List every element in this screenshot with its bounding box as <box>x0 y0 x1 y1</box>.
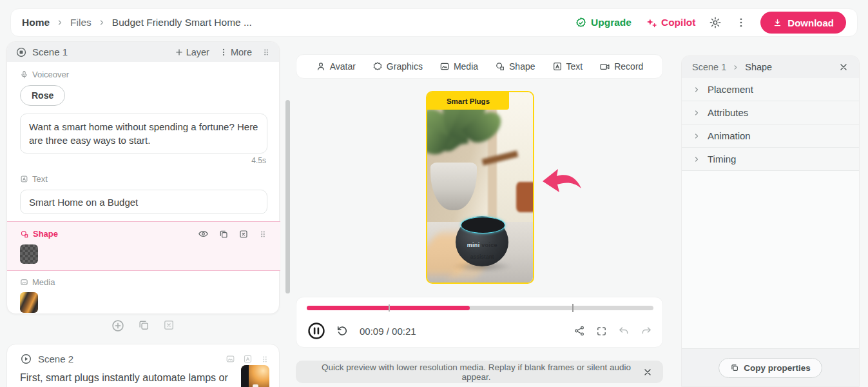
stop-circle-icon <box>15 46 27 58</box>
add-layer-button[interactable]: Layer <box>175 47 209 57</box>
top-bar: Home Files Budget Friendly Smart Home ..… <box>10 8 858 37</box>
kebab-menu-icon[interactable] <box>735 17 747 28</box>
breadcrumb-project-title[interactable]: Budget Friendly Smart Home ... <box>112 17 252 28</box>
record-camera-icon <box>599 61 610 72</box>
add-layer-label: Layer <box>186 47 209 57</box>
section-placement-label: Placement <box>708 84 753 95</box>
progress-track[interactable] <box>307 306 653 310</box>
copy-properties-button[interactable]: Copy properties <box>719 358 822 378</box>
properties-breadcrumb-item: Shape <box>745 62 772 72</box>
chevron-right-icon <box>98 19 106 26</box>
drag-handle-icon[interactable] <box>262 48 271 57</box>
media-layer-thumbnail[interactable] <box>20 292 38 313</box>
drag-handle-icon[interactable] <box>260 355 269 364</box>
arrow-graphic-element[interactable] <box>541 165 583 199</box>
download-icon <box>773 18 782 28</box>
add-scene-icon[interactable] <box>111 319 125 333</box>
media-image-icon[interactable] <box>226 354 235 364</box>
canvas-smart-speaker: mini voice assistant <box>456 216 508 266</box>
plus-icon <box>175 48 184 57</box>
scene-2-script[interactable]: First, smart plugs instantly automate la… <box>20 371 242 387</box>
video-canvas[interactable]: mini voice assistant Smart Plugs <box>426 91 534 284</box>
drag-handle-icon[interactable] <box>258 230 267 239</box>
copy-properties-label: Copy properties <box>744 363 811 373</box>
time-display: 00:09 / 00:21 <box>360 326 416 337</box>
scene-actions <box>6 319 280 333</box>
more-button[interactable]: More <box>219 47 252 57</box>
voiceover-section-label: Voiceover <box>20 70 266 79</box>
section-attributes[interactable]: Attributes <box>682 101 859 124</box>
canvas-plant-pot <box>430 163 477 210</box>
breadcrumb-files[interactable]: Files <box>70 17 92 28</box>
duplicate-icon <box>730 363 739 372</box>
speaker-brand-text: mini voice <box>456 242 508 248</box>
duplicate-scene-icon[interactable] <box>137 319 150 333</box>
toolbar-shape[interactable]: Shape <box>495 61 535 72</box>
media-label: Media <box>32 277 55 287</box>
upgrade-button[interactable]: Upgrade <box>575 17 632 29</box>
voiceover-textarea[interactable]: Want a smart home without spending a for… <box>20 114 267 154</box>
undo-icon[interactable] <box>618 325 630 337</box>
shape-label: Shape <box>33 229 58 239</box>
text-label: Text <box>32 174 48 184</box>
scene-1-header[interactable]: Scene 1 Layer More <box>7 42 279 62</box>
toolbar-record[interactable]: Record <box>599 61 643 72</box>
toolbar-graphics[interactable]: Graphics <box>372 61 423 72</box>
breadcrumb: Home Files Budget Friendly Smart Home ..… <box>22 17 252 28</box>
shape-icon <box>495 61 505 72</box>
share-icon[interactable] <box>574 325 585 337</box>
upgrade-label: Upgrade <box>591 17 632 28</box>
section-animation[interactable]: Animation <box>682 124 859 148</box>
text-icon[interactable] <box>243 354 253 364</box>
duplicate-icon[interactable] <box>218 229 229 239</box>
breadcrumb-home[interactable]: Home <box>22 17 50 28</box>
toolbar-graphics-label: Graphics <box>387 61 423 72</box>
shape-section-label: Shape <box>20 229 58 239</box>
toolbar-avatar-label: Avatar <box>330 61 356 72</box>
scene-2-card[interactable]: Scene 2 First, smart plugs instantly aut… <box>6 344 280 387</box>
toolbar-shape-label: Shape <box>509 61 535 72</box>
playback-bar: 00:09 / 00:21 <box>296 297 663 348</box>
delete-icon[interactable] <box>238 229 249 239</box>
avatar-icon <box>316 61 326 72</box>
chevron-right-icon <box>693 155 700 163</box>
toolbar-media-label: Media <box>454 61 478 72</box>
section-timing[interactable]: Timing <box>682 148 859 171</box>
pause-button[interactable] <box>307 321 326 341</box>
text-icon <box>20 175 28 183</box>
canvas-text-overlay[interactable]: Smart Plugs <box>427 92 509 110</box>
shape-preview-swatch[interactable] <box>20 244 38 264</box>
copilot-button[interactable]: Copilot <box>645 17 695 29</box>
shape-icon <box>20 230 29 239</box>
toolbar-media[interactable]: Media <box>439 61 478 72</box>
scrollbar-thumb[interactable] <box>285 100 290 293</box>
shape-layer-row[interactable]: Shape <box>7 221 280 271</box>
fullscreen-icon[interactable] <box>596 326 607 337</box>
scene-2-thumbnail[interactable] <box>241 365 269 387</box>
voiceover-label: Voiceover <box>32 70 69 79</box>
close-icon[interactable] <box>642 367 653 377</box>
section-attributes-label: Attributes <box>708 107 748 118</box>
replay-button[interactable] <box>336 324 349 337</box>
visibility-eye-icon[interactable] <box>198 228 209 239</box>
media-image-icon <box>439 61 450 72</box>
redo-icon[interactable] <box>641 325 652 337</box>
insert-toolbar: Avatar Graphics Media Shape <box>296 54 663 79</box>
play-circle-icon[interactable] <box>20 353 32 365</box>
properties-breadcrumb-scene[interactable]: Scene 1 <box>692 62 726 72</box>
toolbar-text-label: Text <box>566 61 583 72</box>
download-button[interactable]: Download <box>760 12 846 34</box>
chevron-right-icon <box>693 132 700 140</box>
text-section-label: Text <box>20 174 266 184</box>
delete-scene-icon[interactable] <box>162 319 175 333</box>
progress-marker <box>572 304 574 312</box>
chevron-right-icon <box>693 109 700 117</box>
toolbar-text[interactable]: Text <box>552 61 583 72</box>
voice-chip[interactable]: Rose <box>20 85 65 106</box>
text-layer-input[interactable]: Smart Home on a Budget <box>20 190 267 214</box>
toolbar-avatar[interactable]: Avatar <box>316 61 356 72</box>
settings-gear-icon[interactable] <box>709 16 722 29</box>
section-placement[interactable]: Placement <box>682 78 859 101</box>
section-animation-label: Animation <box>708 130 751 141</box>
close-icon[interactable] <box>838 62 849 72</box>
